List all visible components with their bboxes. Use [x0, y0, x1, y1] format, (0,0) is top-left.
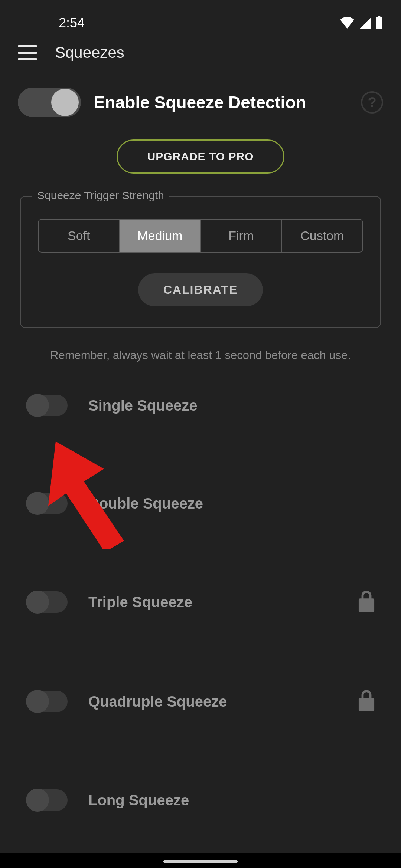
- wifi-icon: [339, 16, 355, 30]
- enable-squeeze-toggle[interactable]: [18, 88, 81, 117]
- home-indicator[interactable]: [163, 860, 238, 863]
- double-squeeze-label: Double Squeeze: [88, 495, 375, 512]
- strength-group: Squeeze Trigger Strength Soft Medium Fir…: [20, 196, 381, 328]
- app-bar: Squeezes: [0, 37, 401, 76]
- single-squeeze-toggle[interactable]: [27, 395, 68, 416]
- status-icons: [339, 16, 383, 30]
- status-bar: 2:54: [0, 0, 401, 37]
- strength-option-custom[interactable]: Custom: [282, 220, 363, 252]
- hint-text: Remember, always wait at least 1 second …: [15, 349, 386, 362]
- calibrate-button[interactable]: CALIBRATE: [138, 273, 263, 306]
- quadruple-squeeze-label: Quadruple Squeeze: [88, 693, 337, 710]
- triple-squeeze-row[interactable]: Triple Squeeze: [0, 569, 401, 635]
- double-squeeze-row[interactable]: Double Squeeze: [0, 471, 401, 536]
- page-title: Squeezes: [55, 44, 124, 62]
- menu-icon[interactable]: [18, 45, 37, 60]
- long-squeeze-toggle[interactable]: [27, 789, 68, 811]
- enable-squeeze-label: Enable Squeeze Detection: [94, 92, 348, 112]
- svg-rect-0: [376, 17, 382, 29]
- lock-icon: [358, 690, 375, 713]
- long-squeeze-row[interactable]: Long Squeeze: [0, 768, 401, 832]
- strength-option-medium[interactable]: Medium: [120, 220, 201, 252]
- svg-rect-1: [378, 16, 381, 17]
- triple-squeeze-label: Triple Squeeze: [88, 594, 337, 611]
- battery-icon: [375, 16, 383, 30]
- strength-option-firm[interactable]: Firm: [201, 220, 282, 252]
- double-squeeze-toggle[interactable]: [27, 493, 68, 514]
- strength-legend: Squeeze Trigger Strength: [32, 189, 169, 202]
- strength-option-soft[interactable]: Soft: [39, 220, 120, 252]
- long-squeeze-label: Long Squeeze: [88, 792, 375, 809]
- status-time: 2:54: [59, 15, 85, 31]
- upgrade-to-pro-button[interactable]: UPGRADE TO PRO: [117, 139, 285, 174]
- lock-icon: [358, 591, 375, 614]
- quadruple-squeeze-toggle[interactable]: [27, 691, 68, 712]
- single-squeeze-row[interactable]: Single Squeeze: [0, 373, 401, 438]
- enable-squeeze-row: Enable Squeeze Detection ?: [0, 76, 401, 128]
- triple-squeeze-toggle[interactable]: [27, 591, 68, 613]
- quadruple-squeeze-row[interactable]: Quadruple Squeeze: [0, 668, 401, 734]
- cellular-icon: [359, 16, 371, 30]
- strength-segmented: Soft Medium Firm Custom: [38, 219, 363, 253]
- single-squeeze-label: Single Squeeze: [88, 397, 375, 414]
- help-icon[interactable]: ?: [361, 91, 383, 114]
